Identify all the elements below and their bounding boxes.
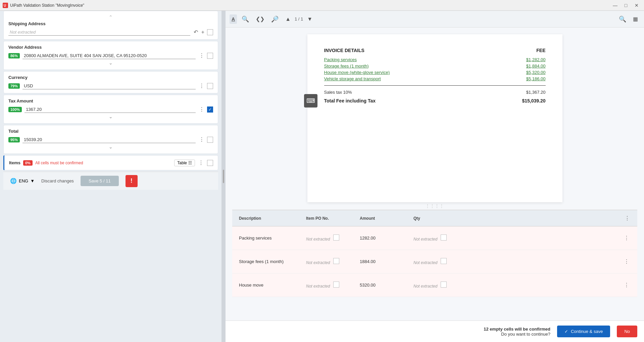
table-header-more-btn[interactable]: ⋮ [624,214,631,222]
invoice-item-fee-2[interactable]: $5,320.00 [526,70,546,75]
restore-button[interactable]: □ [621,2,631,9]
save-button: Save 5 / 11 [81,176,119,186]
shipping-address-checkbox[interactable] [207,29,213,35]
table-row: Packing services Not extracted 1282.00 N… [232,226,637,250]
table-section: Description Item PO No. Amount Qty ⋮ Pac… [232,210,637,297]
continue-save-button[interactable]: ✓ Continue & save [557,326,610,337]
td-qty-2: Not extracted [411,280,464,290]
vendor-address-input[interactable] [22,52,196,59]
vendor-address-checkbox[interactable] [207,53,213,59]
currency-confidence: 79% [8,83,20,89]
language-selector[interactable]: 🌐 ENG ▼ [10,178,35,184]
divider-handle [223,170,224,183]
undo-button[interactable]: ↶ [193,28,199,36]
table-button[interactable]: Table ☷ [174,160,195,166]
title-bar: U UiPath Validation Station "MovingInvoi… [0,0,644,11]
doc-content: INVOICE DETAILS FEE Packing services $1,… [226,28,644,320]
items-label: Items [9,160,20,165]
resize-handle[interactable]: ⋮⋮⋮⋮ [232,202,637,210]
td-qty-checkbox-0[interactable] [441,234,447,241]
row-more-button-0[interactable]: ⋮ [623,233,631,243]
tax-amount-confidence: 100% [8,107,22,112]
td-qty-text-2: Not extracted [413,284,437,289]
tax-more-btn[interactable]: ⋮ [198,105,205,113]
td-desc-2: House move [236,281,303,289]
add-button[interactable]: + [201,29,205,36]
text-tool-button[interactable]: A [230,14,237,24]
keyboard-icon[interactable]: ⌨ [304,94,317,108]
td-po-checkbox-2[interactable] [333,282,339,288]
th-item-po: Item PO No. [303,215,357,222]
discard-button[interactable]: Discard changes [41,178,74,183]
invoice-item-fee-0[interactable]: $1,282.00 [526,57,546,62]
td-qty-checkbox-2[interactable] [441,282,447,288]
app-icon: U [3,3,8,8]
page-prev-button[interactable]: ▲ [283,14,293,24]
field-tax-amount: Tax Amount 100% ⋮ ⌄ [3,95,218,124]
fit-page-button[interactable]: ❮❯ [254,14,266,24]
invoice-item-name-3[interactable]: Vehicle storage and transport [324,76,381,81]
expand-above[interactable]: ⌃ [8,14,213,21]
fee-label: FEE [536,48,545,53]
vendor-more-btn[interactable]: ⋮ [198,52,205,59]
continue-save-label: Continue & save [571,329,603,334]
td-amount-1: 1884.00 [357,258,411,265]
currency-input[interactable] [22,83,196,89]
shipping-address-input[interactable] [8,29,190,36]
th-description: Description [236,215,303,222]
page-next-button[interactable]: ▼ [305,14,314,24]
td-more-2: ⋮ [620,279,633,291]
confirm-text: 12 empty cells will be confirmed Do you … [232,327,550,337]
tax-expand[interactable]: ⌄ [8,113,213,120]
td-more-0: ⋮ [620,232,633,244]
invoice-title: INVOICE DETAILS [324,48,364,53]
td-po-0: Not extracted [303,233,357,243]
panel-divider[interactable] [221,11,226,342]
td-qty-checkbox-1[interactable] [441,258,447,264]
doc-toolbar: A 🔍 ❮❯ 🔎 ▲ 1 / 1 ▼ 🔍 ▦ [226,11,644,28]
invoice-item-fee-3[interactable]: $5,186.00 [526,76,546,81]
currency-more-btn[interactable]: ⋮ [198,82,205,90]
td-desc-0: Packing services [236,234,303,242]
row-more-button-2[interactable]: ⋮ [623,281,631,290]
invoice-section: INVOICE DETAILS FEE Packing services $1,… [324,48,546,86]
confirm-sub-text: 12 empty cells will be confirmed [232,327,550,332]
td-po-text-0: Not extracted [306,237,330,242]
field-currency: Currency 79% ⋮ [3,71,218,93]
field-total: Total 95% ⋮ ⌄ [3,125,218,154]
invoice-item-fee-1[interactable]: $1,884.00 [526,63,546,69]
total-more-btn[interactable]: ⋮ [198,136,205,143]
zoom-in-button[interactable]: 🔍 [240,13,251,25]
invoice-item-house: House move (white-glove service) $5,320.… [324,70,546,75]
total-checkbox[interactable] [207,137,213,143]
td-po-text-2: Not extracted [306,284,330,289]
total-input[interactable] [22,136,196,143]
table-label: Table [177,161,187,165]
items-checkbox[interactable] [207,160,213,166]
invoice-item-name-0[interactable]: Packing services [324,57,357,62]
minimize-button[interactable]: — [610,2,620,9]
td-po-checkbox-1[interactable] [333,258,339,264]
zoom-out-button[interactable]: 🔎 [269,13,281,25]
items-more-btn[interactable]: ⋮ [198,159,204,167]
td-po-checkbox-0[interactable] [333,234,339,241]
td-po-text-1: Not extracted [306,260,330,265]
alert-button[interactable]: ! [126,175,138,187]
invoice-item-name-2[interactable]: House move (white-glove service) [324,70,390,75]
vendor-address-label: Vendor Address [8,45,213,50]
items-confidence: 0% [23,160,33,166]
row-more-button-1[interactable]: ⋮ [623,257,631,266]
invoice-item-name-1[interactable]: Storage fees (1 month) [324,63,369,69]
close-button[interactable]: ✕ [632,2,641,9]
select-area-button[interactable]: ▦ [631,14,640,24]
search-doc-button[interactable]: 🔍 [617,13,628,25]
currency-checkbox[interactable] [207,83,213,89]
vendor-expand[interactable]: ⌄ [8,59,213,66]
page-indicator: 1 / 1 [295,16,303,22]
tax-amount-input[interactable] [24,106,196,113]
no-button[interactable]: No [617,326,637,337]
td-qty-text-1: Not extracted [413,260,437,265]
field-shipping-address: ⌃ Shipping Address ↶ + [3,11,218,40]
total-expand[interactable]: ⌄ [8,143,213,150]
tax-amount-checkbox[interactable] [207,106,213,113]
